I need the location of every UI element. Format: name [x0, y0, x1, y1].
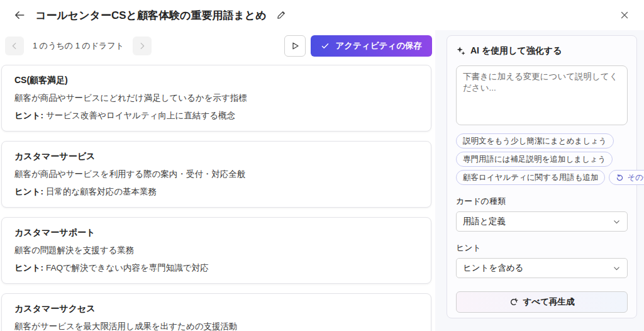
card-term: カスタマーサービス: [14, 151, 418, 162]
save-activity-label: アクティビティの保存: [335, 40, 422, 52]
card-type-value: 用語と定義: [463, 216, 506, 227]
flashcard[interactable]: カスタマーサクセス 顧客がサービスを最大限活用し成果を出すための支援活動: [1, 293, 431, 331]
ai-panel-title: AI を使用して強化する: [470, 45, 562, 57]
more-suggestions-label: その他: [627, 172, 644, 183]
card-hint-text: 日常的な顧客対応の基本業務: [46, 187, 157, 196]
next-draft-button[interactable]: [133, 36, 152, 55]
card-type-select[interactable]: 用語と定義: [456, 211, 628, 232]
card-term: CS(顧客満足): [14, 75, 418, 86]
card-definition: 顧客の問題解決を支援する業務: [14, 245, 418, 256]
card-term: カスタマーサポート: [14, 227, 418, 238]
draft-counter: 1 のうちの 1 のドラフト: [33, 40, 124, 52]
chevron-down-icon: [613, 264, 621, 272]
pencil-icon: [276, 10, 286, 20]
ai-prompt-input[interactable]: [456, 65, 628, 125]
hint-select[interactable]: ヒントを含める: [456, 258, 628, 278]
card-hint: ヒント:FAQで解決できない内容を専門知識で対応: [14, 262, 418, 274]
card-hint-text: サービス改善やロイヤルティ向上に直結する概念: [46, 111, 235, 120]
hint-value: ヒントを含める: [463, 262, 523, 274]
card-hint: ヒント:サービス改善やロイヤルティ向上に直結する概念: [14, 110, 418, 121]
ai-enhance-panel: AI を使用して強化する 説明文をもう少し簡潔にまとめましょう 専門用語には補足…: [447, 35, 637, 318]
refresh-icon: [616, 174, 624, 182]
check-icon: [321, 42, 330, 50]
hint-label: ヒント: [456, 242, 628, 254]
suggestion-chip[interactable]: 顧客ロイヤルティに関する用語も追加: [456, 170, 605, 185]
card-term: カスタマーサクセス: [14, 303, 418, 315]
card-hint-label: ヒント:: [14, 263, 43, 272]
suggestion-chips: 説明文をもう少し簡潔にまとめましょう 専門用語には補足説明を追加しましょう 顧客…: [456, 133, 628, 185]
chevron-right-icon: [138, 42, 147, 50]
suggestion-chip[interactable]: 専門用語には補足説明を追加しましょう: [456, 152, 613, 167]
flashcard[interactable]: CS(顧客満足) 顧客が商品やサービスにどれだけ満足しているかを示す指標 ヒント…: [1, 65, 431, 132]
draft-area: 1 のうちの 1 のドラフト アクティビティの保存 CS(顧客満足) 顧客が商品…: [0, 30, 434, 331]
regenerate-all-label: すべて再生成: [523, 296, 575, 308]
chip-row: 専門用語には補足説明を追加しましょう: [456, 152, 628, 167]
card-definition: 顧客がサービスを最大限活用し成果を出すための支援活動: [14, 321, 418, 331]
suggestion-chip[interactable]: 説明文をもう少し簡潔にまとめましょう: [456, 133, 614, 149]
more-suggestions-chip[interactable]: その他: [609, 170, 644, 185]
chip-row: 顧客ロイヤルティに関する用語も追加 その他: [456, 170, 628, 185]
refresh-icon: [509, 298, 518, 306]
ai-panel-header: AI を使用して強化する: [456, 45, 628, 57]
card-definition: 顧客が商品やサービスにどれだけ満足しているかを示す指標: [14, 93, 418, 104]
chip-row: 説明文をもう少し簡潔にまとめましょう: [456, 133, 628, 149]
previous-draft-button[interactable]: [5, 36, 24, 55]
card-type-label: カードの種類: [456, 196, 628, 207]
flashcard[interactable]: カスタマーサービス 顧客が商品やサービスを利用する際の案内・受付・対応全般 ヒン…: [1, 141, 431, 208]
card-list: CS(顧客満足) 顧客が商品やサービスにどれだけ満足しているかを示す指標 ヒント…: [0, 65, 434, 331]
card-definition: 顧客が商品やサービスを利用する際の案内・受付・対応全般: [14, 169, 418, 180]
card-hint: ヒント:日常的な顧客対応の基本業務: [14, 186, 418, 198]
close-button[interactable]: [615, 6, 634, 25]
draft-toolbar: 1 のうちの 1 のドラフト アクティビティの保存: [0, 30, 432, 57]
arrow-left-icon: [14, 9, 25, 21]
back-button[interactable]: [10, 6, 29, 25]
card-hint-text: FAQで解決できない内容を専門知識で対応: [46, 263, 209, 272]
sparkle-icon: [456, 46, 466, 56]
card-hint-label: ヒント:: [14, 187, 43, 196]
save-activity-button[interactable]: アクティビティの保存: [311, 35, 432, 57]
chevron-down-icon: [613, 218, 621, 226]
page-title: コールセンターCSと顧客体験の重要用語まとめ: [35, 8, 267, 23]
edit-title-button[interactable]: [272, 6, 291, 25]
preview-play-button[interactable]: [284, 35, 306, 57]
regenerate-all-button[interactable]: すべて再生成: [456, 291, 628, 313]
close-icon: [619, 10, 630, 20]
flashcard[interactable]: カスタマーサポート 顧客の問題解決を支援する業務 ヒント:FAQで解決できない内…: [1, 217, 431, 284]
card-hint-label: ヒント:: [14, 111, 43, 120]
chevron-left-icon: [10, 42, 19, 50]
top-bar: コールセンターCSと顧客体験の重要用語まとめ: [0, 0, 644, 30]
play-icon: [290, 41, 300, 51]
